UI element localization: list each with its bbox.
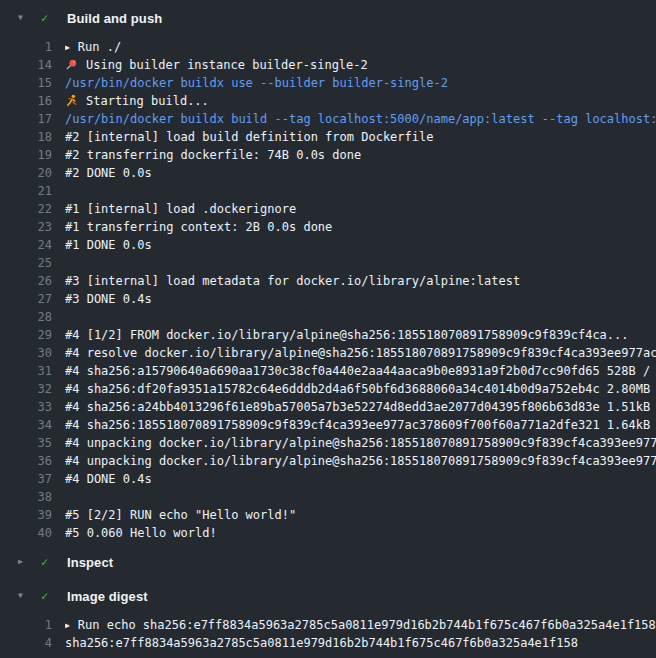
section-body: 1 ▶Run echo sha256:e7ff8834a5963a2785c5a… xyxy=(0,616,656,652)
line-text: #4 sha256:185518070891758909c9f839cf4ca3… xyxy=(65,416,656,434)
line-text xyxy=(65,182,656,200)
line-number[interactable]: 28 xyxy=(0,308,52,326)
log-line: 29 #4 [1/2] FROM docker.io/library/alpin… xyxy=(0,326,656,344)
line-number[interactable]: 39 xyxy=(0,506,52,524)
line-text-content: #4 sha256:df20fa9351a15782c64e6dddb2d4a6… xyxy=(65,382,656,396)
line-number[interactable]: 31 xyxy=(0,362,52,380)
log-line: 4 sha256:e7ff8834a5963a2785c5a0811e979d1… xyxy=(0,634,656,652)
line-number[interactable]: 17 xyxy=(0,110,52,128)
line-text: #4 sha256:a24bb4013296f61e89ba57005a7b3e… xyxy=(65,398,656,416)
line-number[interactable]: 32 xyxy=(0,380,52,398)
line-number[interactable]: 29 xyxy=(0,326,52,344)
section-header[interactable]: ▼ ✓ Build and push xyxy=(0,4,656,32)
line-text-content: #4 unpacking docker.io/library/alpine@sh… xyxy=(65,454,656,468)
line-number[interactable]: 24 xyxy=(0,236,52,254)
run-group-arrow-icon[interactable]: ▶ xyxy=(65,617,70,634)
workflow-log-viewer: ▼ ✓ Build and push 1 ▶Run ./ 14 Using bu… xyxy=(0,0,656,658)
line-text-content: #4 unpacking docker.io/library/alpine@sh… xyxy=(65,436,656,450)
line-text-content: #2 DONE 0.0s xyxy=(65,166,152,180)
line-text-content: Run echo sha256:e7ff8834a5963a2785c5a081… xyxy=(78,618,656,632)
log-line: 16 Starting build... xyxy=(0,92,656,110)
pushpin-icon xyxy=(65,58,79,71)
line-number[interactable]: 21 xyxy=(0,182,52,200)
line-text-content: #1 [internal] load .dockerignore xyxy=(65,202,296,216)
log-line: 23 #1 transferring context: 2B 0.0s done xyxy=(0,218,656,236)
log-line: 18 #2 [internal] load build definition f… xyxy=(0,128,656,146)
line-text: Starting build... xyxy=(65,92,656,110)
log-line: 17 /usr/bin/docker buildx build --tag lo… xyxy=(0,110,656,128)
line-text-content: #4 sha256:185518070891758909c9f839cf4ca3… xyxy=(65,418,656,432)
log-line: 22 #1 [internal] load .dockerignore xyxy=(0,200,656,218)
line-text: #1 transferring context: 2B 0.0s done xyxy=(65,218,656,236)
line-text: #3 [internal] load metadata for docker.i… xyxy=(65,272,656,290)
line-number[interactable]: 16 xyxy=(0,92,52,110)
line-text: #1 DONE 0.0s xyxy=(65,236,656,254)
log-line: 34 #4 sha256:185518070891758909c9f839cf4… xyxy=(0,416,656,434)
run-group-arrow-icon[interactable]: ▶ xyxy=(65,39,70,56)
log-line: 31 #4 sha256:a15790640a6690aa1730c38cf0a… xyxy=(0,362,656,380)
line-text xyxy=(65,488,656,506)
line-text: ▶Run echo sha256:e7ff8834a5963a2785c5a08… xyxy=(65,616,656,634)
log-line: 35 #4 unpacking docker.io/library/alpine… xyxy=(0,434,656,452)
line-number[interactable]: 20 xyxy=(0,164,52,182)
line-number[interactable]: 33 xyxy=(0,398,52,416)
line-number[interactable]: 18 xyxy=(0,128,52,146)
log-section: ▼ ✓ Image digest 1 ▶Run echo sha256:e7ff… xyxy=(0,582,656,652)
line-number[interactable]: 37 xyxy=(0,470,52,488)
line-number[interactable]: 30 xyxy=(0,344,52,362)
check-success-icon: ✓ xyxy=(41,590,56,602)
line-text: #3 DONE 0.4s xyxy=(65,290,656,308)
line-text: /usr/bin/docker buildx build --tag local… xyxy=(65,110,656,128)
section-header[interactable]: ▶ ✓ Inspect xyxy=(0,548,656,576)
line-text: ▶Run ./ xyxy=(65,38,656,56)
chevron-icon[interactable]: ▼ xyxy=(18,14,31,22)
line-text-content: #4 sha256:a15790640a6690aa1730c38cf0a440… xyxy=(65,364,656,378)
log-line: 1 ▶Run ./ xyxy=(0,38,656,56)
line-text-content: #5 [2/2] RUN echo "Hello world!" xyxy=(65,508,296,522)
chevron-icon[interactable]: ▶ xyxy=(18,558,31,566)
line-number[interactable]: 25 xyxy=(0,254,52,272)
line-text: #4 resolve docker.io/library/alpine@sha2… xyxy=(65,344,656,362)
log-line: 32 #4 sha256:df20fa9351a15782c64e6dddb2d… xyxy=(0,380,656,398)
line-text xyxy=(65,308,656,326)
check-success-icon: ✓ xyxy=(41,556,56,568)
line-text-content: #4 sha256:a24bb4013296f61e89ba57005a7b3e… xyxy=(65,400,656,414)
line-number[interactable]: 15 xyxy=(0,74,52,92)
section-title: Inspect xyxy=(67,555,113,570)
line-text: #4 [1/2] FROM docker.io/library/alpine@s… xyxy=(65,326,656,344)
line-text-content: Run ./ xyxy=(78,40,121,54)
line-number[interactable]: 26 xyxy=(0,272,52,290)
line-text-content: sha256:e7ff8834a5963a2785c5a0811e979d16b… xyxy=(65,636,578,650)
line-text: #2 DONE 0.0s xyxy=(65,164,656,182)
line-number[interactable]: 1 xyxy=(0,38,52,56)
line-text-content: #2 [internal] load build definition from… xyxy=(65,130,433,144)
line-number[interactable]: 35 xyxy=(0,434,52,452)
line-text-content: Starting build... xyxy=(86,94,209,108)
line-number[interactable]: 36 xyxy=(0,452,52,470)
line-number[interactable]: 27 xyxy=(0,290,52,308)
line-number[interactable]: 38 xyxy=(0,488,52,506)
line-text: #4 unpacking docker.io/library/alpine@sh… xyxy=(65,452,656,470)
line-number[interactable]: 23 xyxy=(0,218,52,236)
line-text: #1 [internal] load .dockerignore xyxy=(65,200,656,218)
line-text-content: #4 resolve docker.io/library/alpine@sha2… xyxy=(65,346,656,360)
line-text-content: /usr/bin/docker buildx use --builder bui… xyxy=(65,76,448,90)
line-text: #5 [2/2] RUN echo "Hello world!" xyxy=(65,506,656,524)
log-line: 37 #4 DONE 0.4s xyxy=(0,470,656,488)
chevron-icon[interactable]: ▼ xyxy=(18,592,31,600)
section-header[interactable]: ▼ ✓ Image digest xyxy=(0,582,656,610)
line-number[interactable]: 34 xyxy=(0,416,52,434)
log-section: ▶ ✓ Inspect xyxy=(0,548,656,576)
line-number[interactable]: 14 xyxy=(0,56,52,74)
line-number[interactable]: 1 xyxy=(0,616,52,634)
log-line: 36 #4 unpacking docker.io/library/alpine… xyxy=(0,452,656,470)
line-text: #4 sha256:a15790640a6690aa1730c38cf0a440… xyxy=(65,362,656,380)
log-line: 39 #5 [2/2] RUN echo "Hello world!" xyxy=(0,506,656,524)
line-number[interactable]: 22 xyxy=(0,200,52,218)
line-number[interactable]: 40 xyxy=(0,524,52,542)
section-title: Build and push xyxy=(67,11,162,26)
line-number[interactable]: 4 xyxy=(0,634,52,652)
line-text: #2 [internal] load build definition from… xyxy=(65,128,656,146)
log-line: 19 #2 transferring dockerfile: 74B 0.0s … xyxy=(0,146,656,164)
line-number[interactable]: 19 xyxy=(0,146,52,164)
